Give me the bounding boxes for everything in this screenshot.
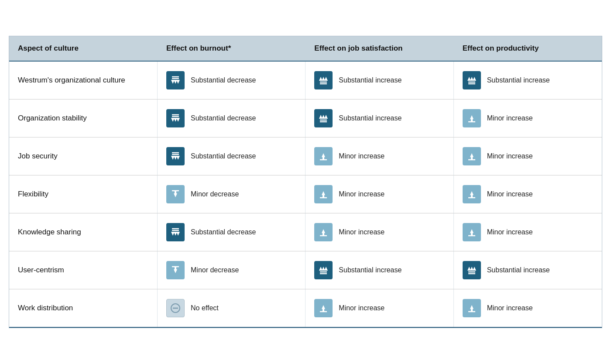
svg-marker-9	[324, 77, 328, 81]
productivity-label: Substantial increase	[487, 266, 550, 274]
minor-increase-icon	[314, 147, 333, 165]
svg-rect-60	[175, 267, 176, 269]
svg-marker-19	[176, 118, 180, 122]
burnout-label: Substantial decrease	[191, 76, 256, 84]
table-row: Organization stability Substantial decre…	[9, 100, 602, 137]
substantial-increase-icon	[463, 71, 481, 89]
satisfaction-cell: Substantial increase	[306, 251, 453, 289]
productivity-cell: Minor increase	[454, 137, 602, 175]
substantial-increase-icon	[314, 261, 333, 279]
svg-rect-38	[471, 157, 473, 159]
table-body: Westrum's organizational culture Substan…	[9, 62, 602, 328]
productivity-cell: Minor increase	[454, 175, 602, 213]
burnout-cell: Minor decrease	[158, 175, 306, 213]
substantial-increase-icon	[314, 109, 333, 127]
productivity-label: Minor increase	[487, 304, 533, 312]
table-row: Knowledge sharing Substantial decrease M…	[9, 213, 602, 251]
productivity-label: Minor increase	[487, 190, 533, 198]
col-header-aspect: Aspect of culture	[9, 36, 158, 61]
svg-marker-70	[467, 267, 471, 271]
svg-marker-37	[470, 153, 474, 157]
minor-increase-icon	[463, 109, 481, 127]
svg-marker-41	[174, 193, 177, 197]
table-row: Westrum's organizational culture Substan…	[9, 62, 602, 100]
burnout-label: Substantial decrease	[191, 114, 256, 122]
satisfaction-cell: Minor increase	[306, 137, 453, 175]
burnout-label: Minor decrease	[191, 190, 239, 198]
svg-rect-76	[323, 309, 324, 311]
satisfaction-cell: Minor increase	[306, 213, 453, 251]
minor-increase-icon	[314, 185, 333, 203]
svg-marker-75	[322, 305, 325, 309]
productivity-cell: Substantial increase	[454, 62, 602, 99]
svg-rect-55	[323, 233, 324, 235]
col-header-burnout: Effect on burnout*	[158, 36, 306, 61]
table-row: Flexibility Minor decrease Minor increas…	[9, 175, 602, 213]
burnout-label: Minor decrease	[191, 266, 239, 274]
substantial-increase-icon	[463, 261, 481, 279]
svg-marker-57	[470, 229, 474, 233]
svg-marker-54	[322, 229, 325, 233]
productivity-label: Substantial increase	[487, 76, 550, 84]
svg-marker-71	[473, 267, 476, 271]
minor-decrease-icon	[166, 185, 185, 203]
no-effect-icon	[166, 299, 185, 317]
col-header-satisfaction: Effect on job satisfaction	[306, 36, 453, 61]
satisfaction-label: Substantial increase	[339, 76, 402, 84]
svg-marker-24	[324, 115, 328, 119]
svg-marker-65	[319, 267, 323, 271]
satisfaction-label: Minor increase	[339, 304, 384, 312]
productivity-cell: Minor increase	[454, 289, 602, 327]
satisfaction-label: Minor increase	[339, 190, 384, 198]
aspect-cell: Work distribution	[9, 289, 158, 327]
satisfaction-label: Minor increase	[339, 228, 384, 236]
minor-increase-icon	[463, 185, 481, 203]
svg-marker-32	[176, 156, 180, 160]
svg-marker-34	[322, 153, 325, 157]
svg-marker-43	[322, 191, 325, 195]
burnout-cell: No effect	[158, 289, 306, 327]
burnout-cell: Substantial decrease	[158, 137, 306, 175]
aspect-cell: Knowledge sharing	[9, 213, 158, 251]
satisfaction-cell: Substantial increase	[306, 62, 453, 99]
productivity-cell: Minor increase	[454, 213, 602, 251]
minor-increase-icon	[314, 299, 333, 317]
aspect-cell: Organization stability	[9, 100, 158, 137]
svg-marker-51	[171, 232, 175, 236]
burnout-cell: Minor decrease	[158, 251, 306, 289]
svg-marker-4	[176, 80, 180, 84]
satisfaction-cell: Minor increase	[306, 289, 453, 327]
aspect-cell: Westrum's organizational culture	[9, 62, 158, 99]
aspect-cell: Job security	[9, 137, 158, 175]
svg-marker-26	[470, 115, 474, 119]
burnout-label: Substantial decrease	[191, 152, 256, 160]
satisfaction-label: Substantial increase	[339, 114, 402, 122]
table-row: Job security Substantial decrease Minor …	[9, 137, 602, 175]
productivity-cell: Minor increase	[454, 100, 602, 137]
minor-decrease-icon	[166, 261, 185, 279]
satisfaction-label: Substantial increase	[339, 266, 402, 274]
burnout-label: No effect	[191, 304, 219, 312]
svg-marker-78	[470, 305, 474, 309]
table-header: Aspect of culture Effect on burnout* Eff…	[9, 36, 602, 62]
main-table: Aspect of culture Effect on burnout* Eff…	[9, 36, 602, 328]
col-header-productivity: Effect on productivity	[454, 36, 602, 61]
satisfaction-label: Minor increase	[339, 152, 384, 160]
burnout-cell: Substantial decrease	[158, 62, 306, 99]
svg-marker-66	[324, 267, 328, 271]
substantial-decrease-icon	[166, 71, 185, 89]
burnout-cell: Substantial decrease	[158, 100, 306, 137]
satisfaction-cell: Substantial increase	[306, 100, 453, 137]
svg-marker-61	[174, 269, 177, 273]
svg-marker-14	[473, 77, 476, 81]
substantial-decrease-icon	[166, 109, 185, 127]
burnout-label: Substantial decrease	[191, 228, 256, 236]
svg-marker-18	[171, 118, 175, 122]
productivity-label: Minor increase	[487, 152, 533, 160]
svg-rect-58	[471, 233, 473, 235]
svg-marker-3	[171, 80, 175, 84]
minor-increase-icon	[463, 299, 481, 317]
svg-rect-27	[471, 119, 473, 121]
productivity-label: Minor increase	[487, 228, 533, 236]
svg-marker-52	[176, 232, 180, 236]
